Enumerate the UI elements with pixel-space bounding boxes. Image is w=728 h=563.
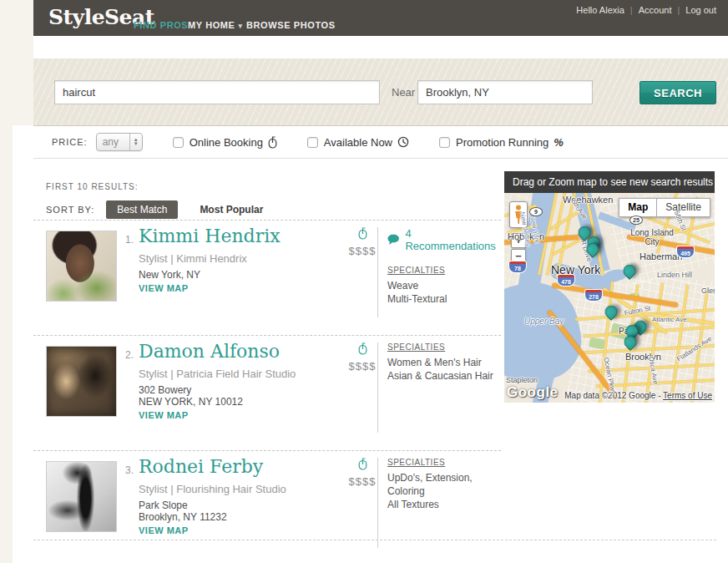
- map-place-label: Linden Hill: [657, 271, 692, 279]
- left-gutter: [0, 0, 13, 563]
- stylist-name-link[interactable]: Rodnei Ferby: [139, 456, 263, 477]
- view-map-link[interactable]: VIEW MAP: [139, 525, 227, 535]
- map-place-label: Upper Bay: [524, 317, 564, 326]
- stylist-photo[interactable]: [46, 346, 117, 417]
- result-rank: 2.: [125, 349, 134, 361]
- map-attribution: Map data ©2012 Google - Terms of Use: [564, 391, 712, 400]
- filter-online-booking[interactable]: Online Booking: [173, 136, 277, 149]
- result-rank: 1.: [125, 234, 134, 246]
- clock-icon: [397, 136, 409, 148]
- percent-icon: %: [554, 136, 564, 149]
- user-links: Hello Alexia|Account|Log out: [576, 5, 716, 15]
- divider: [377, 227, 378, 317]
- stylist-address: 302 BoweryNEW YORK, NY 10012: [139, 384, 243, 408]
- specialties-list: UpDo's, Extension, ColoringAll Textures: [387, 471, 501, 511]
- specialties-list: WeaveMulti-Textural: [387, 279, 501, 306]
- stylist-subtitle: Stylist | Kimmi Hendrix: [139, 252, 247, 265]
- stylist-address: Park SlopeBrooklyn, NY 11232: [139, 500, 227, 523]
- chevron-down-icon: ▾: [239, 22, 243, 30]
- sort-most-popular[interactable]: Most Popular: [200, 204, 263, 216]
- route-shield: 25: [629, 216, 643, 225]
- specialties-label: SPECIALTIES: [387, 266, 501, 275]
- terms-of-use-link[interactable]: Terms of Use: [663, 391, 712, 400]
- stylist-name-link[interactable]: Kimmi Hendrix: [139, 226, 281, 246]
- recommendations-link[interactable]: 4 Recommendations: [387, 227, 501, 252]
- keyword-input[interactable]: [54, 80, 380, 104]
- route-shield: 9: [529, 207, 543, 216]
- results-count: FIRST 10 RESULTS:: [46, 182, 139, 191]
- result-row: 2. Damon Alfonso Stylist | Patricia Fiel…: [33, 335, 501, 450]
- search-band: Near SEARCH: [33, 58, 728, 125]
- map-banner: Drag or Zoom map to see new search resul…: [504, 171, 715, 193]
- route-shield: 78: [509, 261, 526, 272]
- divider: [377, 458, 378, 548]
- price-level: $$$$: [337, 475, 387, 488]
- price-select-value: any: [97, 136, 129, 148]
- divider: |: [677, 5, 680, 15]
- mouse-icon: [358, 458, 367, 470]
- map-type-map-button[interactable]: Map: [619, 198, 656, 217]
- left-gutter-top: [13, 0, 33, 125]
- map-canvas[interactable]: + − Map Satellite Google Map data ©2012 …: [504, 193, 715, 403]
- stepper-icon: ▲▼: [129, 134, 142, 150]
- route-shield: 495: [677, 246, 694, 257]
- nav-my-home[interactable]: MY HOME▾: [188, 20, 243, 30]
- price-select[interactable]: any ▲▼: [96, 133, 143, 151]
- stylist-photo[interactable]: [46, 231, 117, 302]
- filter-promotion-running[interactable]: Promotion Running %: [439, 136, 564, 149]
- map-place-label: Long Island City: [626, 228, 678, 246]
- result-row: 3. Rodnei Ferby Stylist | Flourishing Ha…: [33, 450, 501, 563]
- nav-find-pros[interactable]: FIND PROS: [134, 20, 188, 30]
- nav-browse-photos[interactable]: BROWSE PHOTOS: [246, 20, 336, 30]
- page: StyleSeat FIND PROS MY HOME▾ BROWSE PHOT…: [0, 0, 728, 563]
- mouse-icon: [268, 136, 277, 149]
- filter-bar: PRICE: any ▲▼ Online Booking Available N…: [33, 125, 728, 159]
- view-map-link[interactable]: VIEW MAP: [139, 283, 200, 293]
- online-booking-checkbox[interactable]: [173, 137, 184, 148]
- account-link[interactable]: Account: [639, 5, 672, 15]
- map-place-label: Glenda: [701, 287, 715, 295]
- map-place-label: Brooklyn: [625, 352, 661, 362]
- divider: [33, 540, 716, 540]
- stylist-photo[interactable]: [46, 461, 117, 532]
- divider: |: [630, 5, 633, 15]
- available-now-checkbox[interactable]: [307, 137, 318, 148]
- route-shield: 278: [585, 290, 602, 301]
- stylist-address: New York, NY: [139, 269, 200, 281]
- near-label: Near: [392, 86, 415, 99]
- price-label: PRICE:: [52, 137, 88, 147]
- sort-row: SORT BY: Best Match Most Popular: [46, 200, 263, 219]
- stylist-subtitle: Stylist | Patricia Field Hair Studio: [139, 368, 296, 380]
- location-input[interactable]: [417, 80, 593, 104]
- result-rank: 3.: [125, 464, 134, 476]
- logout-link[interactable]: Log out: [685, 5, 716, 15]
- top-nav-bar: StyleSeat FIND PROS MY HOME▾ BROWSE PHOT…: [33, 0, 728, 36]
- stylist-subtitle: Stylist | Flourishing Hair Studio: [139, 483, 286, 495]
- price-level: $$$$: [337, 245, 387, 257]
- mouse-icon: [358, 227, 367, 240]
- filter-available-now[interactable]: Available Now: [307, 136, 409, 149]
- user-greeting[interactable]: Hello Alexia: [576, 5, 624, 15]
- result-row: 1. Kimmi Hendrix Stylist | Kimmi Hendrix…: [33, 220, 501, 335]
- specialties-label: SPECIALTIES: [387, 458, 501, 467]
- mouse-icon: [358, 342, 367, 355]
- google-logo: Google: [507, 384, 559, 401]
- promotion-checkbox[interactable]: [439, 137, 450, 148]
- view-map-link[interactable]: VIEW MAP: [139, 410, 243, 420]
- specialties-label: SPECIALTIES: [387, 342, 501, 352]
- sort-best-match[interactable]: Best Match: [106, 200, 178, 219]
- map-place-label: Atlantic Ave: [652, 316, 687, 323]
- stylist-name-link[interactable]: Damon Alfonso: [139, 341, 280, 362]
- price-level: $$$$: [337, 360, 387, 373]
- sort-by-label: SORT BY:: [46, 205, 94, 215]
- map-panel: Drag or Zoom map to see new search resul…: [504, 171, 715, 403]
- map-type-satellite-button[interactable]: Satellite: [656, 198, 710, 217]
- comment-bubble-icon: [387, 234, 399, 246]
- search-button[interactable]: SEARCH: [640, 81, 716, 104]
- map-place-label: Haberman: [640, 251, 682, 261]
- specialties-list: Women & Men's HairAsian & Caucasian Hair: [387, 356, 501, 383]
- divider: [377, 342, 378, 433]
- map-place-label: Stapleton: [506, 376, 538, 384]
- route-shield: 478: [558, 275, 574, 286]
